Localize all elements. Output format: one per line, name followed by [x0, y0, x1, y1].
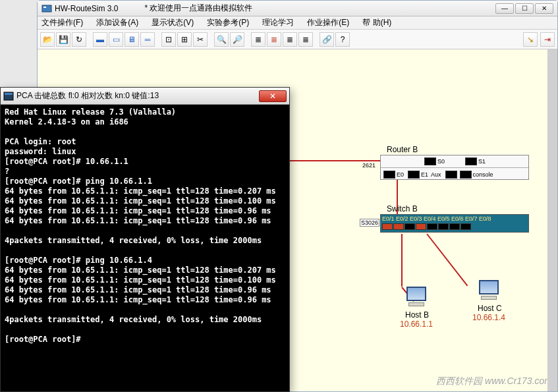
tool-c-button[interactable]: ✂: [193, 32, 208, 47]
switch-port-row: [382, 223, 527, 230]
zoom-in-icon: 🔎: [233, 35, 242, 44]
window-controls: — ☐ ✕: [495, 3, 553, 14]
switch-icon: ▭: [113, 35, 120, 44]
zoom-in-button[interactable]: 🔎: [230, 32, 244, 47]
router-model: 2621: [362, 162, 376, 169]
save-button[interactable]: 💾: [56, 32, 70, 47]
port-e0: E0: [397, 171, 404, 178]
list-3-button[interactable]: ≣: [283, 32, 297, 47]
sw-port-icon: [405, 223, 415, 230]
wire-switch-hostb-v: [401, 234, 403, 287]
minimize-button[interactable]: —: [495, 3, 514, 14]
monitor-icon: [479, 280, 499, 294]
window-title: HW-RouteSim 3.0: [55, 4, 118, 13]
window-subtitle: * 欢迎使用一点通路由模拟软件: [144, 3, 252, 14]
port-icon: [383, 171, 395, 179]
port-e1: E1: [421, 171, 428, 178]
save-icon: 💾: [59, 35, 69, 44]
app-icon: [42, 3, 52, 14]
list-2-button[interactable]: ≣: [267, 32, 281, 47]
host-b-ip: 10.66.1.1: [400, 320, 433, 329]
help-tool-button[interactable]: ?: [335, 32, 350, 47]
port-icon: [460, 171, 472, 179]
port-icon: [445, 171, 457, 179]
switch-port-labels: E0/1 E0/2 E0/3 E0/4 E0/5 E0/6 E0/7 E0/8: [382, 215, 527, 222]
sw-port-icon: [393, 223, 404, 230]
sw-port-icon: [460, 223, 471, 230]
computer-base-icon: [408, 302, 424, 306]
add-switch-button[interactable]: ▭: [109, 32, 123, 47]
host-c-device[interactable]: [476, 280, 502, 304]
port-console: console: [473, 171, 493, 178]
link-tool-button[interactable]: 🔗: [320, 32, 334, 47]
close-icon: ✕: [269, 92, 276, 101]
computer-base-icon: [481, 296, 497, 300]
zoom-out-icon: 🔍: [217, 35, 227, 44]
menu-add-device[interactable]: 添加设备(A): [96, 17, 138, 28]
add-host-button[interactable]: 🖥: [125, 32, 139, 47]
zoom-out-button[interactable]: 🔍: [214, 32, 229, 47]
action-1-button[interactable]: ↘: [523, 32, 538, 47]
sw-port-icon: [449, 223, 460, 230]
terminal-titlebar[interactable]: PCA 击键总数 fl:0 相对次数 kn:0 键值:13 ✕: [1, 88, 289, 105]
sw-port-icon: [427, 223, 437, 230]
close-button[interactable]: ✕: [535, 3, 553, 14]
action-2-button[interactable]: ⇥: [540, 32, 555, 47]
menu-task[interactable]: 作业操作(E): [307, 17, 349, 28]
terminal-title: PCA 击键总数 fl:0 相对次数 kn:0 键值:13: [16, 90, 259, 101]
wire-router-switch: [397, 180, 398, 219]
link-icon: ═: [145, 35, 151, 44]
toolbar: 📂 💾 ↻ ▬ ▭ 🖥 ═ ⊡ ⊞ ✂ 🔍 🔎 ≣ ≣ ≣ ≣ 🔗 ? ↘ ⇥: [38, 30, 557, 49]
menu-experiment[interactable]: 实验参考(P): [207, 17, 249, 28]
monitor-icon: [406, 287, 426, 301]
terminal-body[interactable]: Red Hat Linux release 7.3 (Valhalla) Ker…: [1, 105, 289, 391]
router-icon: ▬: [96, 35, 104, 44]
router-device[interactable]: 2621 S0 S1 E0 E1 Aux console: [380, 155, 529, 180]
terminal-close-button[interactable]: ✕: [259, 90, 287, 102]
tool-b-button[interactable]: ⊞: [177, 32, 192, 47]
port-aux: Aux: [431, 171, 441, 178]
wire-switch-hostc: [426, 233, 468, 286]
terminal-window: PCA 击键总数 fl:0 相对次数 kn:0 键值:13 ✕ Red Hat …: [0, 87, 290, 392]
folder-open-icon: 📂: [43, 35, 53, 44]
sw-port-icon: [416, 223, 426, 230]
host-c-ip: 10.66.1.4: [472, 313, 505, 322]
sw-port-icon: [438, 223, 449, 230]
list-1-button[interactable]: ≣: [251, 32, 265, 47]
host-icon: 🖥: [128, 35, 136, 44]
host-b-label: Host B: [405, 310, 429, 320]
vertical-scrollbar[interactable]: [547, 49, 557, 391]
switch-label: Switch B: [387, 204, 418, 213]
maximize-button[interactable]: ☐: [515, 3, 534, 14]
port-icon: [465, 157, 477, 165]
port-icon: [408, 171, 420, 179]
router-label: Router B: [387, 145, 418, 154]
host-c-label: Host C: [478, 304, 502, 313]
watermark: 西西软件园 www.Cr173.com: [436, 376, 552, 387]
menu-theory[interactable]: 理论学习: [262, 17, 294, 28]
menubar: 文件操作(F) 添加设备(A) 显示状态(V) 实验参考(P) 理论学习 作业操…: [38, 16, 557, 30]
port-s0: S0: [437, 158, 445, 165]
svg-rect-0: [42, 5, 51, 12]
refresh-button[interactable]: ↻: [72, 32, 86, 47]
tool-a-button[interactable]: ⊡: [161, 32, 176, 47]
svg-rect-1: [43, 7, 46, 8]
switch-device[interactable]: S3026 E0/1 E0/2 E0/3 E0/4 E0/5 E0/6 E0/7…: [380, 214, 529, 233]
port-icon: [424, 157, 436, 165]
sw-port-icon: [382, 223, 393, 230]
list-4-button[interactable]: ≣: [298, 32, 313, 47]
add-link-button[interactable]: ═: [140, 32, 155, 47]
menu-help[interactable]: 帮 助(H): [362, 17, 391, 28]
svg-rect-3: [5, 93, 13, 95]
menu-view-status[interactable]: 显示状态(V): [152, 17, 194, 28]
scrollbar-thumb[interactable]: [548, 49, 557, 391]
refresh-icon: ↻: [76, 35, 82, 44]
menu-file[interactable]: 文件操作(F): [42, 17, 83, 28]
terminal-icon: [3, 91, 14, 101]
open-button[interactable]: 📂: [40, 32, 55, 47]
switch-model: S3026: [360, 219, 379, 227]
help-icon: ?: [341, 35, 345, 44]
add-router-button[interactable]: ▬: [93, 32, 107, 47]
main-titlebar[interactable]: HW-RouteSim 3.0 * 欢迎使用一点通路由模拟软件 — ☐ ✕: [38, 1, 557, 16]
host-b-device[interactable]: [403, 287, 430, 310]
